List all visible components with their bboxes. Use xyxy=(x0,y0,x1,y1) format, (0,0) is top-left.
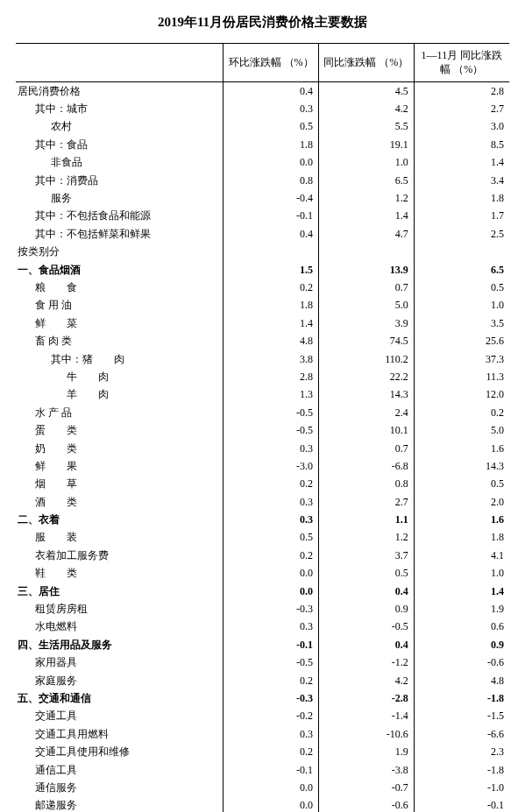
row-value: -1.0 xyxy=(414,779,509,796)
row-value: -0.4 xyxy=(223,190,319,208)
row-value: -1.2 xyxy=(318,654,414,672)
row-value: 0.3 xyxy=(223,440,319,457)
row-value: 2.0 xyxy=(414,493,509,511)
row-value: 14.3 xyxy=(318,386,414,404)
row-label: 羊 肉 xyxy=(16,386,223,404)
row-value: 0.5 xyxy=(414,279,509,296)
table-row: 粮 食0.20.70.5 xyxy=(16,279,509,296)
row-value: -2.8 xyxy=(318,689,414,707)
row-value: 1.0 xyxy=(318,154,414,172)
row-label: 其中：城市 xyxy=(16,101,223,118)
row-value: 4.8 xyxy=(223,333,319,350)
row-value: 1.8 xyxy=(414,529,509,547)
row-value: -0.1 xyxy=(223,208,319,225)
row-value: -0.5 xyxy=(223,654,319,672)
row-value: 0.2 xyxy=(223,279,319,296)
row-value: 12.0 xyxy=(414,386,509,404)
row-label: 牛 肉 xyxy=(16,368,223,385)
row-value: -0.1 xyxy=(223,636,319,653)
row-label: 水电燃料 xyxy=(16,618,223,636)
table-row: 其中：不包括食品和能源-0.11.41.7 xyxy=(16,208,509,225)
row-label: 奶 类 xyxy=(16,440,223,457)
row-value: 4.7 xyxy=(318,225,414,243)
table-row: 按类别分 xyxy=(16,244,509,261)
table-row: 通信工具-0.1-3.8-1.8 xyxy=(16,761,509,779)
table-row: 其中：猪 肉3.8110.237.3 xyxy=(16,350,509,368)
row-value: 6.5 xyxy=(414,261,509,279)
table-row: 酒 类0.32.72.0 xyxy=(16,493,509,511)
table-row: 二、衣着0.31.11.6 xyxy=(16,512,509,529)
row-value: 1.1 xyxy=(318,512,414,529)
row-label: 粮 食 xyxy=(16,279,223,296)
row-value: 0.3 xyxy=(223,618,319,636)
header-row: 环比涨跌幅 （%） 同比涨跌幅 （%） 1—11月 同比涨跌幅 （%） xyxy=(16,44,509,82)
row-value: 2.7 xyxy=(318,493,414,511)
row-value: 0.8 xyxy=(223,172,319,189)
row-value: 0.9 xyxy=(414,636,509,653)
row-value: 1.8 xyxy=(223,136,319,153)
table-row: 鲜 果-3.0-6.814.3 xyxy=(16,457,509,475)
row-value: 5.5 xyxy=(318,118,414,136)
row-value: 0.5 xyxy=(223,118,319,136)
row-value: 3.4 xyxy=(414,172,509,189)
table-row: 鞋 类0.00.51.0 xyxy=(16,565,509,583)
table-row: 食 用 油1.85.01.0 xyxy=(16,297,509,314)
row-value: 0.2 xyxy=(223,547,319,564)
table-row: 邮递服务0.0-0.6-0.1 xyxy=(16,797,509,812)
row-value: 4.2 xyxy=(318,672,414,689)
header-blank xyxy=(16,44,223,82)
row-value: 0.2 xyxy=(223,744,319,761)
row-value: 37.3 xyxy=(414,350,509,368)
row-label: 家庭服务 xyxy=(16,672,223,689)
table-row: 家用器具-0.5-1.2-0.6 xyxy=(16,654,509,672)
data-table: 环比涨跌幅 （%） 同比涨跌幅 （%） 1—11月 同比涨跌幅 （%） 居民消费… xyxy=(16,43,509,812)
row-label: 五、交通和通信 xyxy=(16,689,223,707)
row-value: 1.4 xyxy=(318,208,414,225)
table-row: 其中：城市0.34.22.7 xyxy=(16,101,509,118)
table-row: 烟 草0.20.80.5 xyxy=(16,476,509,493)
row-value: -3.8 xyxy=(318,761,414,779)
row-value: 3.7 xyxy=(318,547,414,564)
row-label: 鲜 果 xyxy=(16,457,223,475)
row-value: 10.1 xyxy=(318,422,414,440)
row-value: 14.3 xyxy=(414,457,509,475)
row-value: 0.5 xyxy=(318,565,414,583)
row-value: 1.8 xyxy=(223,297,319,314)
table-row: 衣着加工服务费0.23.74.1 xyxy=(16,547,509,564)
row-value: 5.0 xyxy=(414,422,509,440)
table-row: 羊 肉1.314.312.0 xyxy=(16,386,509,404)
table-row: 鲜 菜1.43.93.5 xyxy=(16,314,509,332)
table-row: 租赁房房租-0.30.91.9 xyxy=(16,601,509,618)
row-value: 6.5 xyxy=(318,172,414,189)
row-value: 1.0 xyxy=(414,297,509,314)
row-value: 0.4 xyxy=(318,583,414,600)
row-label: 三、居住 xyxy=(16,583,223,600)
row-value: -0.1 xyxy=(223,761,319,779)
table-row: 其中：食品1.819.18.5 xyxy=(16,136,509,153)
row-label: 其中：不包括鲜菜和鲜果 xyxy=(16,225,223,243)
row-label: 其中：猪 肉 xyxy=(16,350,223,368)
table-row: 交通工具-0.2-1.4-1.5 xyxy=(16,708,509,725)
row-value: -1.5 xyxy=(414,708,509,725)
row-value: 0.6 xyxy=(414,618,509,636)
row-value: 2.7 xyxy=(414,101,509,118)
row-value: 1.2 xyxy=(318,190,414,208)
row-value: -0.7 xyxy=(318,779,414,796)
header-mom: 环比涨跌幅 （%） xyxy=(223,44,319,82)
table-row: 畜 肉 类4.874.525.6 xyxy=(16,333,509,350)
row-label: 交通工具 xyxy=(16,708,223,725)
row-value: -0.5 xyxy=(223,422,319,440)
table-row: 五、交通和通信-0.3-2.8-1.8 xyxy=(16,689,509,707)
row-value: -0.6 xyxy=(414,654,509,672)
table-row: 服 装0.51.21.8 xyxy=(16,529,509,547)
row-value: -0.3 xyxy=(223,601,319,618)
row-value: 0.4 xyxy=(318,636,414,653)
row-value: -0.6 xyxy=(318,797,414,812)
row-label: 二、衣着 xyxy=(16,512,223,529)
row-label: 农村 xyxy=(16,118,223,136)
row-value: 4.5 xyxy=(318,82,414,101)
table-row: 蛋 类-0.510.15.0 xyxy=(16,422,509,440)
row-value: 1.5 xyxy=(223,261,319,279)
row-value: 4.2 xyxy=(318,101,414,118)
table-row: 牛 肉2.822.211.3 xyxy=(16,368,509,385)
